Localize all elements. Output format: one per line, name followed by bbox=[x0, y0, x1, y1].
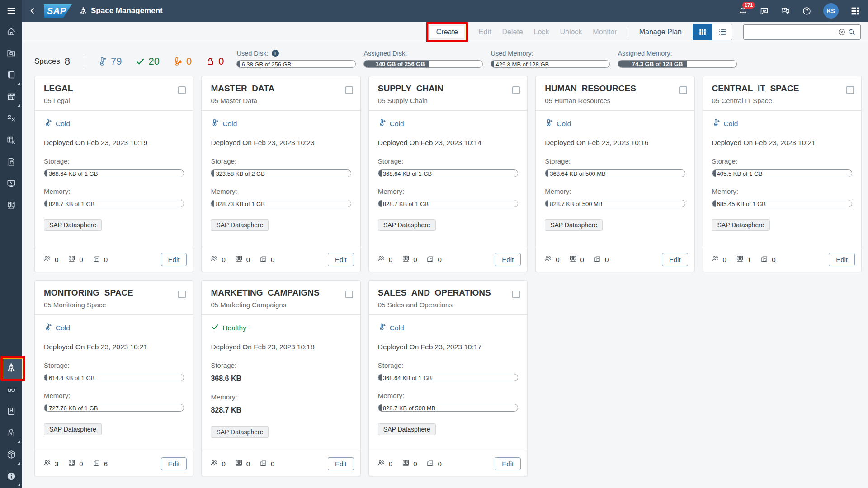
counter-separator bbox=[84, 55, 84, 68]
storage-label: Storage: bbox=[378, 157, 518, 165]
edit-space-button[interactable]: Edit bbox=[495, 253, 521, 266]
space-select-checkbox[interactable] bbox=[512, 86, 520, 94]
sidebar-item-data-builder[interactable] bbox=[0, 130, 22, 152]
usage-value: 727.76 KB of 1 GB bbox=[49, 404, 98, 411]
sap-logo: SAP bbox=[44, 4, 72, 18]
edit-space-button[interactable]: Edit bbox=[161, 253, 187, 266]
quota-bar: 6.38 GB of 256 GB bbox=[236, 60, 356, 68]
quota-value: 74.3 GB of 128 GB bbox=[632, 61, 687, 67]
sidebar-item-repository-search[interactable] bbox=[0, 43, 22, 65]
card-footer: 306Edit bbox=[35, 451, 193, 476]
storage-label: Storage: bbox=[211, 361, 351, 369]
healthy-count: 20 bbox=[148, 56, 159, 67]
product-tag: SAP Datasphere bbox=[44, 219, 102, 231]
space-select-checkbox[interactable] bbox=[679, 86, 687, 94]
sidebar-item-business-builder[interactable] bbox=[0, 108, 22, 130]
space-card-master_data: MASTER_DATA05 Master DataColdDeployed On… bbox=[201, 76, 360, 272]
list-view-icon[interactable] bbox=[712, 24, 732, 40]
page-title: Space Management bbox=[91, 6, 163, 15]
create-button[interactable]: Create bbox=[430, 26, 464, 38]
discussion-icon[interactable] bbox=[781, 6, 790, 16]
space-cards-grid: LEGAL05 LegalColdDeployed On Feb 23, 202… bbox=[22, 73, 868, 481]
count-database-users: 0 bbox=[401, 254, 417, 264]
usage-bar: 828.7 KB of 1 GB bbox=[44, 200, 184, 207]
info-icon[interactable]: i bbox=[272, 50, 279, 57]
quota-value: 140 GB of 256 GB bbox=[376, 61, 429, 67]
sidebar-item-space-management[interactable] bbox=[0, 358, 22, 380]
footer-counts: 000 bbox=[377, 459, 442, 469]
edit-space-button[interactable]: Edit bbox=[495, 457, 521, 470]
sidebar-item-transport[interactable] bbox=[0, 445, 22, 466]
members-icon bbox=[210, 459, 218, 469]
count-value: 0 bbox=[271, 460, 274, 468]
edit-space-button[interactable]: Edit bbox=[328, 253, 354, 266]
space-select-checkbox[interactable] bbox=[512, 291, 520, 298]
quota-label: Assigned Memory: bbox=[618, 50, 672, 57]
grid-view-icon[interactable] bbox=[693, 24, 712, 40]
connections-icon bbox=[426, 459, 434, 469]
avatar[interactable]: KS bbox=[823, 3, 839, 19]
count-members: 0 bbox=[377, 254, 392, 264]
space-description: 05 Supply Chain bbox=[378, 97, 443, 104]
deployed-on: Deployed On Feb 23, 2023 10:21 bbox=[44, 343, 184, 351]
spaces-count: 8 bbox=[65, 56, 70, 67]
sidebar-item-data-consumption[interactable] bbox=[0, 380, 22, 401]
deployed-on: Deployed On Feb 23, 2023 10:16 bbox=[545, 139, 685, 147]
space-select-checkbox[interactable] bbox=[178, 86, 186, 94]
app-launcher-icon[interactable] bbox=[850, 6, 860, 16]
usage-value: 828.73 KB of 1 GB bbox=[216, 200, 264, 207]
delete-button[interactable]: Delete bbox=[502, 28, 523, 36]
space-select-checkbox[interactable] bbox=[178, 291, 186, 298]
edit-button[interactable]: Edit bbox=[479, 28, 491, 36]
product-tag: SAP Datasphere bbox=[712, 219, 770, 231]
help-icon[interactable] bbox=[802, 6, 811, 16]
space-select-checkbox[interactable] bbox=[846, 86, 854, 94]
sidebar-item-security[interactable] bbox=[0, 423, 22, 445]
space-counters: Spaces 8 79 20 0 0 bbox=[34, 55, 224, 68]
count-value: 0 bbox=[389, 460, 392, 468]
topbar-actions: 171 KS bbox=[738, 3, 860, 19]
count-connections: 0 bbox=[426, 459, 441, 469]
connections-icon bbox=[593, 254, 602, 264]
members-icon bbox=[711, 254, 720, 264]
sidebar-item-data-access-control[interactable] bbox=[0, 152, 22, 174]
status-cold: Cold bbox=[44, 118, 184, 129]
chat-feedback-icon[interactable] bbox=[760, 6, 769, 16]
sidebar-item-data-integration-monitor[interactable] bbox=[0, 174, 22, 195]
space-select-checkbox[interactable] bbox=[345, 291, 353, 298]
unlock-button[interactable]: Unlock bbox=[560, 28, 582, 36]
footer-counts: 000 bbox=[210, 459, 274, 469]
members-icon bbox=[210, 254, 218, 264]
clear-search-icon[interactable] bbox=[837, 27, 847, 37]
count-database-users: 0 bbox=[401, 459, 417, 469]
back-icon[interactable] bbox=[28, 7, 37, 15]
sidebar-item-content-library[interactable] bbox=[0, 401, 22, 423]
status-label: Cold bbox=[56, 120, 70, 128]
edit-space-button[interactable]: Edit bbox=[829, 253, 855, 266]
sidebar-item-home[interactable] bbox=[0, 22, 22, 43]
space-select-checkbox[interactable] bbox=[345, 86, 353, 94]
edit-space-button[interactable]: Edit bbox=[328, 457, 354, 470]
lock-button[interactable]: Lock bbox=[534, 28, 549, 36]
deployed-on: Deployed On Feb 23, 2023 10:17 bbox=[378, 343, 518, 351]
card-body: ColdDeployed On Feb 23, 2023 10:21Storag… bbox=[703, 111, 861, 247]
search-icon[interactable] bbox=[847, 27, 857, 37]
database-users-icon bbox=[235, 254, 243, 264]
sidebar-item-catalog[interactable] bbox=[0, 65, 22, 87]
card-body: ColdDeployed On Feb 23, 2023 10:23Storag… bbox=[202, 111, 360, 247]
sidebar-item-marketplace[interactable] bbox=[0, 87, 22, 108]
manage-plan-button[interactable]: Manage Plan bbox=[639, 28, 682, 36]
product-tag: SAP Datasphere bbox=[378, 423, 436, 435]
menu-hamburger-icon[interactable] bbox=[0, 0, 22, 22]
edit-space-button[interactable]: Edit bbox=[161, 457, 187, 470]
space-description: 05 Master Data bbox=[211, 97, 274, 104]
edit-space-button[interactable]: Edit bbox=[662, 253, 688, 266]
count-value: 0 bbox=[413, 460, 417, 468]
monitor-button[interactable]: Monitor bbox=[593, 28, 617, 36]
footer-counts: 000 bbox=[43, 254, 108, 264]
quota-bar: 429.8 MB of 128 GB bbox=[491, 60, 610, 68]
sidebar-item-connections[interactable] bbox=[0, 195, 22, 217]
search-input[interactable] bbox=[747, 28, 837, 36]
sidebar-item-about[interactable] bbox=[0, 466, 22, 488]
bell-icon[interactable]: 171 bbox=[738, 6, 748, 16]
